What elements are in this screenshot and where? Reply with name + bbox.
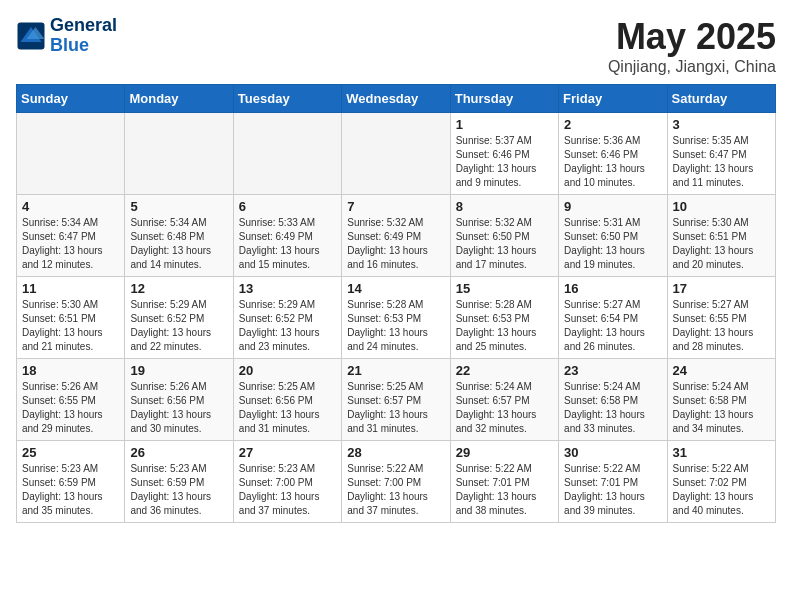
day-number: 3 <box>673 117 770 132</box>
calendar-day-31: 31Sunrise: 5:22 AMSunset: 7:02 PMDayligh… <box>667 441 775 523</box>
day-info: Sunrise: 5:30 AMSunset: 6:51 PMDaylight:… <box>22 298 119 354</box>
day-number: 21 <box>347 363 444 378</box>
weekday-header-saturday: Saturday <box>667 85 775 113</box>
logo: General Blue <box>16 16 117 56</box>
day-info: Sunrise: 5:32 AMSunset: 6:50 PMDaylight:… <box>456 216 553 272</box>
calendar-week-4: 18Sunrise: 5:26 AMSunset: 6:55 PMDayligh… <box>17 359 776 441</box>
title-block: May 2025 Qinjiang, Jiangxi, China <box>608 16 776 76</box>
calendar-day-12: 12Sunrise: 5:29 AMSunset: 6:52 PMDayligh… <box>125 277 233 359</box>
day-info: Sunrise: 5:37 AMSunset: 6:46 PMDaylight:… <box>456 134 553 190</box>
calendar-day-6: 6Sunrise: 5:33 AMSunset: 6:49 PMDaylight… <box>233 195 341 277</box>
day-number: 6 <box>239 199 336 214</box>
logo-line1: General <box>50 16 117 36</box>
day-info: Sunrise: 5:25 AMSunset: 6:57 PMDaylight:… <box>347 380 444 436</box>
day-info: Sunrise: 5:33 AMSunset: 6:49 PMDaylight:… <box>239 216 336 272</box>
calendar-week-1: 1Sunrise: 5:37 AMSunset: 6:46 PMDaylight… <box>17 113 776 195</box>
calendar-day-3: 3Sunrise: 5:35 AMSunset: 6:47 PMDaylight… <box>667 113 775 195</box>
day-number: 10 <box>673 199 770 214</box>
day-info: Sunrise: 5:22 AMSunset: 7:01 PMDaylight:… <box>564 462 661 518</box>
day-number: 29 <box>456 445 553 460</box>
day-number: 23 <box>564 363 661 378</box>
day-number: 27 <box>239 445 336 460</box>
day-number: 30 <box>564 445 661 460</box>
month-title: May 2025 <box>608 16 776 58</box>
day-info: Sunrise: 5:26 AMSunset: 6:56 PMDaylight:… <box>130 380 227 436</box>
day-info: Sunrise: 5:25 AMSunset: 6:56 PMDaylight:… <box>239 380 336 436</box>
calendar-day-25: 25Sunrise: 5:23 AMSunset: 6:59 PMDayligh… <box>17 441 125 523</box>
day-info: Sunrise: 5:27 AMSunset: 6:54 PMDaylight:… <box>564 298 661 354</box>
day-info: Sunrise: 5:24 AMSunset: 6:57 PMDaylight:… <box>456 380 553 436</box>
weekday-header-sunday: Sunday <box>17 85 125 113</box>
calendar-day-13: 13Sunrise: 5:29 AMSunset: 6:52 PMDayligh… <box>233 277 341 359</box>
day-number: 24 <box>673 363 770 378</box>
day-info: Sunrise: 5:22 AMSunset: 7:02 PMDaylight:… <box>673 462 770 518</box>
calendar-week-3: 11Sunrise: 5:30 AMSunset: 6:51 PMDayligh… <box>17 277 776 359</box>
day-info: Sunrise: 5:36 AMSunset: 6:46 PMDaylight:… <box>564 134 661 190</box>
day-info: Sunrise: 5:32 AMSunset: 6:49 PMDaylight:… <box>347 216 444 272</box>
calendar-empty <box>233 113 341 195</box>
location: Qinjiang, Jiangxi, China <box>608 58 776 76</box>
calendar-day-4: 4Sunrise: 5:34 AMSunset: 6:47 PMDaylight… <box>17 195 125 277</box>
calendar-week-5: 25Sunrise: 5:23 AMSunset: 6:59 PMDayligh… <box>17 441 776 523</box>
weekday-header-wednesday: Wednesday <box>342 85 450 113</box>
weekday-header-monday: Monday <box>125 85 233 113</box>
calendar-empty <box>342 113 450 195</box>
day-info: Sunrise: 5:23 AMSunset: 6:59 PMDaylight:… <box>130 462 227 518</box>
day-info: Sunrise: 5:29 AMSunset: 6:52 PMDaylight:… <box>130 298 227 354</box>
logo-line2: Blue <box>50 36 117 56</box>
day-number: 13 <box>239 281 336 296</box>
day-number: 4 <box>22 199 119 214</box>
day-number: 1 <box>456 117 553 132</box>
calendar-day-8: 8Sunrise: 5:32 AMSunset: 6:50 PMDaylight… <box>450 195 558 277</box>
day-info: Sunrise: 5:22 AMSunset: 7:01 PMDaylight:… <box>456 462 553 518</box>
calendar-day-28: 28Sunrise: 5:22 AMSunset: 7:00 PMDayligh… <box>342 441 450 523</box>
day-number: 12 <box>130 281 227 296</box>
day-number: 8 <box>456 199 553 214</box>
day-number: 2 <box>564 117 661 132</box>
day-info: Sunrise: 5:35 AMSunset: 6:47 PMDaylight:… <box>673 134 770 190</box>
day-info: Sunrise: 5:34 AMSunset: 6:48 PMDaylight:… <box>130 216 227 272</box>
day-info: Sunrise: 5:22 AMSunset: 7:00 PMDaylight:… <box>347 462 444 518</box>
day-number: 26 <box>130 445 227 460</box>
calendar-day-20: 20Sunrise: 5:25 AMSunset: 6:56 PMDayligh… <box>233 359 341 441</box>
day-number: 15 <box>456 281 553 296</box>
day-number: 7 <box>347 199 444 214</box>
day-info: Sunrise: 5:34 AMSunset: 6:47 PMDaylight:… <box>22 216 119 272</box>
day-number: 31 <box>673 445 770 460</box>
day-info: Sunrise: 5:28 AMSunset: 6:53 PMDaylight:… <box>347 298 444 354</box>
day-number: 22 <box>456 363 553 378</box>
weekday-header-thursday: Thursday <box>450 85 558 113</box>
calendar-week-2: 4Sunrise: 5:34 AMSunset: 6:47 PMDaylight… <box>17 195 776 277</box>
calendar-day-19: 19Sunrise: 5:26 AMSunset: 6:56 PMDayligh… <box>125 359 233 441</box>
calendar-day-11: 11Sunrise: 5:30 AMSunset: 6:51 PMDayligh… <box>17 277 125 359</box>
calendar-day-24: 24Sunrise: 5:24 AMSunset: 6:58 PMDayligh… <box>667 359 775 441</box>
calendar-day-14: 14Sunrise: 5:28 AMSunset: 6:53 PMDayligh… <box>342 277 450 359</box>
day-number: 19 <box>130 363 227 378</box>
day-number: 5 <box>130 199 227 214</box>
calendar-day-21: 21Sunrise: 5:25 AMSunset: 6:57 PMDayligh… <box>342 359 450 441</box>
day-info: Sunrise: 5:24 AMSunset: 6:58 PMDaylight:… <box>673 380 770 436</box>
day-info: Sunrise: 5:27 AMSunset: 6:55 PMDaylight:… <box>673 298 770 354</box>
calendar-table: SundayMondayTuesdayWednesdayThursdayFrid… <box>16 84 776 523</box>
day-info: Sunrise: 5:29 AMSunset: 6:52 PMDaylight:… <box>239 298 336 354</box>
day-number: 18 <box>22 363 119 378</box>
day-number: 25 <box>22 445 119 460</box>
calendar-day-17: 17Sunrise: 5:27 AMSunset: 6:55 PMDayligh… <box>667 277 775 359</box>
calendar-day-26: 26Sunrise: 5:23 AMSunset: 6:59 PMDayligh… <box>125 441 233 523</box>
day-number: 17 <box>673 281 770 296</box>
weekday-header-friday: Friday <box>559 85 667 113</box>
calendar-day-7: 7Sunrise: 5:32 AMSunset: 6:49 PMDaylight… <box>342 195 450 277</box>
day-number: 16 <box>564 281 661 296</box>
logo-icon <box>16 21 46 51</box>
page-header: General Blue May 2025 Qinjiang, Jiangxi,… <box>16 16 776 76</box>
calendar-day-15: 15Sunrise: 5:28 AMSunset: 6:53 PMDayligh… <box>450 277 558 359</box>
calendar-header-row: SundayMondayTuesdayWednesdayThursdayFrid… <box>17 85 776 113</box>
calendar-day-22: 22Sunrise: 5:24 AMSunset: 6:57 PMDayligh… <box>450 359 558 441</box>
day-info: Sunrise: 5:28 AMSunset: 6:53 PMDaylight:… <box>456 298 553 354</box>
calendar-empty <box>125 113 233 195</box>
calendar-day-23: 23Sunrise: 5:24 AMSunset: 6:58 PMDayligh… <box>559 359 667 441</box>
calendar-day-1: 1Sunrise: 5:37 AMSunset: 6:46 PMDaylight… <box>450 113 558 195</box>
calendar-day-18: 18Sunrise: 5:26 AMSunset: 6:55 PMDayligh… <box>17 359 125 441</box>
day-number: 20 <box>239 363 336 378</box>
calendar-day-16: 16Sunrise: 5:27 AMSunset: 6:54 PMDayligh… <box>559 277 667 359</box>
